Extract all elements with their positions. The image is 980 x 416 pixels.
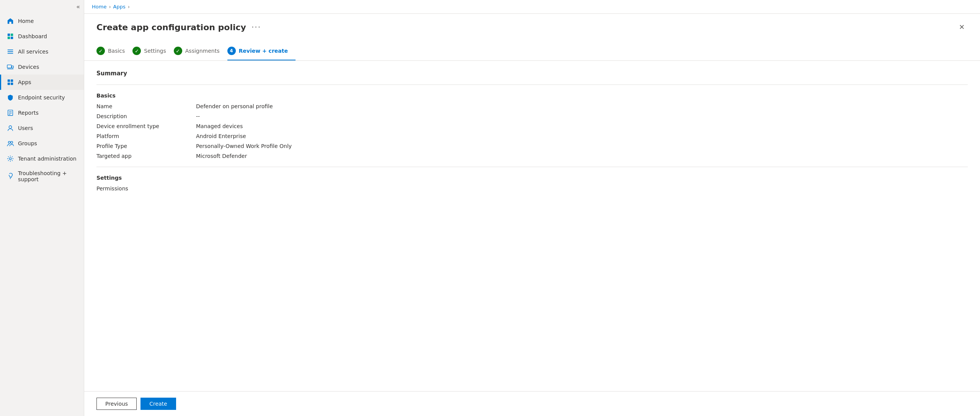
svg-rect-7 — [7, 65, 11, 68]
breadcrumb-sep-2: › — [128, 4, 130, 10]
sidebar-item-home[interactable]: Home — [0, 13, 84, 29]
sidebar-label-all-services: All services — [18, 49, 48, 55]
sidebar-label-groups: Groups — [18, 140, 37, 146]
svg-rect-2 — [8, 37, 10, 39]
breadcrumb-sep-1: › — [109, 4, 111, 10]
step-assignments-label: Assignments — [185, 48, 220, 54]
panel-title-row: Create app configuration policy ··· — [96, 23, 261, 32]
more-options-button[interactable]: ··· — [252, 23, 261, 32]
sidebar-item-dashboard[interactable]: Dashboard — [0, 29, 84, 44]
apps-icon — [7, 78, 14, 86]
basics-section-title: Basics — [96, 93, 968, 99]
sidebar-item-reports[interactable]: Reports — [0, 105, 84, 120]
sidebar-label-home: Home — [18, 18, 34, 24]
close-button[interactable]: ✕ — [956, 21, 968, 33]
wizard-steps: ✓ Basics ✓ Settings ✓ Assignments 4 Revi… — [84, 37, 980, 61]
step-basics-label: Basics — [108, 48, 125, 54]
step-review-create[interactable]: 4 Review + create — [227, 43, 296, 60]
sidebar-label-dashboard: Dashboard — [18, 33, 47, 39]
svg-rect-11 — [11, 80, 13, 82]
sidebar-item-endpoint-security[interactable]: Endpoint security — [0, 90, 84, 105]
create-policy-panel: Create app configuration policy ··· ✕ ✓ … — [84, 14, 980, 391]
sidebar-label-endpoint-security: Endpoint security — [18, 94, 65, 101]
create-button[interactable]: Create — [140, 398, 176, 410]
sidebar-item-troubleshooting[interactable]: Troubleshooting + support — [0, 166, 84, 186]
main-content: Home › Apps › Create app configuration p… — [84, 0, 980, 416]
sidebar-item-groups[interactable]: Groups — [0, 136, 84, 151]
svg-point-21 — [9, 158, 11, 159]
step-assignments-check: ✓ — [174, 47, 182, 55]
svg-rect-13 — [11, 83, 13, 85]
groups-icon — [7, 140, 14, 147]
panel-title: Create app configuration policy — [96, 23, 246, 32]
divider-2 — [96, 167, 968, 167]
sidebar-label-troubleshooting: Troubleshooting + support — [18, 170, 78, 182]
field-platform: Platform Android Enterprise — [96, 133, 968, 139]
users-icon — [7, 124, 14, 132]
field-targeted-app-value: Microsoft Defender — [196, 153, 247, 159]
field-description-label: Description — [96, 113, 196, 119]
breadcrumb: Home › Apps › — [84, 0, 980, 14]
troubleshooting-icon — [7, 172, 14, 180]
field-name-value: Defender on personal profile — [196, 103, 273, 109]
devices-icon — [7, 63, 14, 71]
sidebar-label-apps: Apps — [18, 79, 31, 85]
field-description-value: -- — [196, 113, 200, 119]
sidebar-item-all-services[interactable]: All services — [0, 44, 84, 59]
settings-section-title: Settings — [96, 175, 968, 181]
panel-header: Create app configuration policy ··· ✕ — [84, 14, 980, 37]
svg-rect-1 — [11, 34, 13, 36]
svg-rect-3 — [11, 37, 13, 39]
field-description: Description -- — [96, 113, 968, 119]
field-targeted-app-label: Targeted app — [96, 153, 196, 159]
svg-rect-12 — [8, 83, 10, 85]
sidebar-item-apps[interactable]: Apps — [0, 75, 84, 90]
sidebar-item-users[interactable]: Users — [0, 120, 84, 136]
svg-rect-22 — [10, 178, 11, 179]
field-permissions-label: Permissions — [96, 185, 196, 192]
svg-rect-0 — [8, 34, 10, 36]
sidebar-label-tenant-administration: Tenant administration — [18, 156, 77, 162]
reports-icon — [7, 109, 14, 117]
step-review-circle: 4 — [227, 47, 236, 55]
panel-footer: Previous Create — [84, 391, 980, 416]
divider-1 — [96, 84, 968, 85]
step-assignments[interactable]: ✓ Assignments — [174, 43, 227, 60]
field-profile-type-value: Personally-Owned Work Profile Only — [196, 143, 292, 149]
breadcrumb-home[interactable]: Home — [92, 4, 106, 10]
svg-rect-8 — [12, 66, 13, 68]
field-enrollment-type-label: Device enrollment type — [96, 123, 196, 129]
tenant-admin-icon — [7, 155, 14, 162]
sidebar-collapse-button[interactable]: « — [0, 0, 84, 13]
sidebar-item-devices[interactable]: Devices — [0, 59, 84, 75]
step-settings[interactable]: ✓ Settings — [132, 43, 173, 60]
field-permissions: Permissions — [96, 185, 968, 192]
sidebar-item-tenant-administration[interactable]: Tenant administration — [0, 151, 84, 166]
step-settings-check: ✓ — [132, 47, 141, 55]
summary-content: Summary Basics Name Defender on personal… — [84, 61, 980, 205]
dashboard-icon — [7, 32, 14, 40]
step-basics-check: ✓ — [96, 47, 105, 55]
field-platform-value: Android Enterprise — [196, 133, 246, 139]
svg-point-18 — [9, 126, 11, 128]
summary-title: Summary — [96, 70, 968, 77]
step-review-label: Review + create — [239, 48, 288, 54]
svg-rect-10 — [8, 80, 10, 82]
all-services-icon — [7, 48, 14, 55]
field-enrollment-type: Device enrollment type Managed devices — [96, 123, 968, 129]
svg-point-20 — [11, 141, 13, 143]
field-enrollment-type-value: Managed devices — [196, 123, 243, 129]
sidebar-label-users: Users — [18, 125, 33, 131]
step-basics[interactable]: ✓ Basics — [96, 43, 132, 60]
svg-point-19 — [8, 141, 10, 143]
collapse-icon: « — [76, 3, 80, 10]
field-targeted-app: Targeted app Microsoft Defender — [96, 153, 968, 159]
sidebar-label-devices: Devices — [18, 64, 39, 70]
step-settings-label: Settings — [144, 48, 166, 54]
sidebar: « Home Dashboard All services Devices Ap… — [0, 0, 84, 416]
field-name-label: Name — [96, 103, 196, 109]
field-platform-label: Platform — [96, 133, 196, 139]
previous-button[interactable]: Previous — [96, 398, 137, 410]
home-icon — [7, 17, 14, 25]
breadcrumb-apps[interactable]: Apps — [113, 4, 126, 10]
